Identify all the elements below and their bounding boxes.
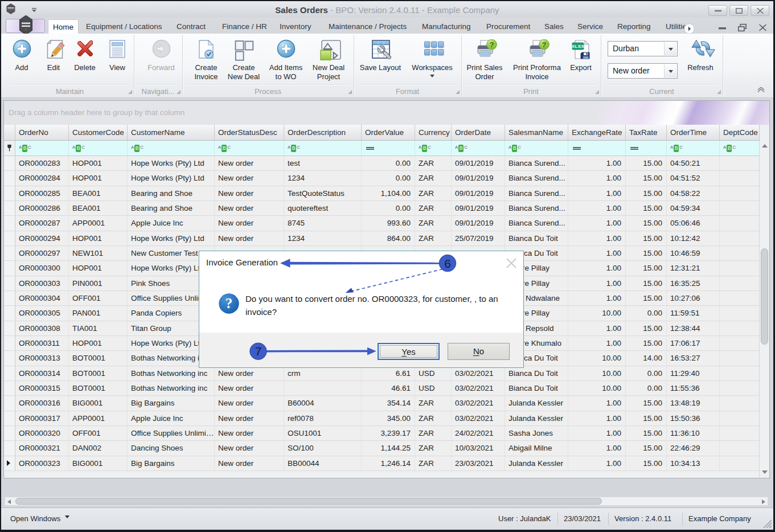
svg-text:6: 6 bbox=[444, 257, 451, 270]
svg-text:7: 7 bbox=[255, 345, 262, 358]
